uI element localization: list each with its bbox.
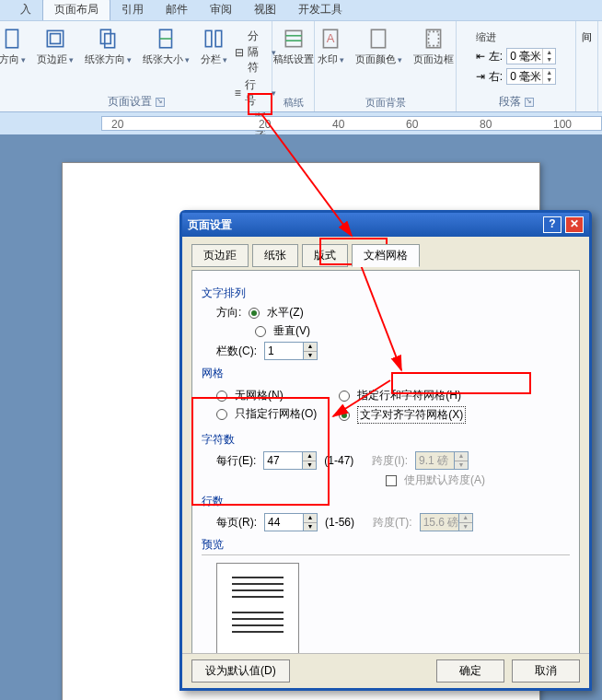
columns-count-label: 栏数(C):	[216, 344, 257, 359]
columns-count-input[interactable]: 1▲▼	[264, 342, 318, 360]
per-line-label: 每行(E):	[216, 453, 256, 469]
align-chars-label: 文字对齐字符网格(X)	[357, 406, 466, 424]
tab-paper[interactable]: 纸张	[252, 244, 298, 267]
section-preview: 预览	[202, 537, 570, 555]
svg-rect-14	[371, 29, 385, 48]
group-page-setup: 方向 页边距 纸张方向 纸张大小 分栏 ⊟分隔符 ≡行号 bc⁻断字	[0, 21, 272, 111]
radio-align-chars[interactable]	[339, 410, 350, 421]
svg-text:A: A	[327, 31, 335, 45]
columns-button[interactable]: 分栏	[197, 25, 231, 68]
svg-rect-16	[428, 31, 438, 45]
spin-up-icon[interactable]: ▲	[303, 452, 316, 461]
page-border-icon	[422, 27, 446, 51]
preview-box	[216, 563, 299, 653]
watermark-icon: A	[318, 27, 342, 51]
close-button[interactable]: ✕	[565, 216, 584, 233]
help-button[interactable]: ?	[543, 216, 561, 233]
page-setup-launcher[interactable]	[156, 98, 165, 107]
spin-down-icon[interactable]: ▼	[542, 56, 555, 64]
cancel-button[interactable]: 取消	[512, 659, 580, 682]
spin-down-icon[interactable]: ▼	[304, 352, 317, 360]
tab-layout[interactable]: 版式	[302, 244, 348, 267]
radio-lines-only[interactable]	[216, 409, 227, 420]
paper-size-label: 纸张大小	[143, 52, 190, 66]
watermark-label: 水印	[318, 52, 344, 66]
spin-up-icon[interactable]: ▲	[304, 343, 317, 352]
ribbon-tabs: 入 页面布局 引用 邮件 审阅 视图 开发工具	[0, 0, 602, 20]
radio-vertical[interactable]	[255, 326, 266, 337]
char-pitch-input: 9.1 磅▲▼	[415, 451, 469, 470]
per-line-input[interactable]: 47▲▼	[263, 451, 317, 470]
svg-rect-3	[101, 29, 111, 43]
manuscript-button[interactable]: 稿纸设置	[270, 25, 318, 68]
tab-document-grid[interactable]: 文档网格	[352, 244, 420, 267]
paragraph-group-label: 段落	[499, 94, 521, 110]
char-pitch-label: 跨度(I):	[372, 453, 408, 469]
section-text-flow: 文字排列	[202, 286, 570, 301]
ok-button[interactable]: 确定	[436, 659, 504, 682]
indent-right-icon: ⇥	[476, 70, 485, 83]
spin-down-icon[interactable]: ▼	[304, 523, 317, 531]
per-page-input[interactable]: 44▲▼	[264, 513, 318, 531]
svg-rect-8	[215, 30, 222, 46]
spin-down-icon[interactable]: ▼	[303, 461, 316, 470]
watermark-button[interactable]: A 水印	[314, 25, 348, 68]
indent-right-input[interactable]: 0 毫米▲▼	[506, 68, 556, 85]
radio-no-grid[interactable]	[216, 391, 227, 402]
lines-only-label: 只指定行网格(O)	[235, 406, 317, 422]
line-pitch-input: 15.6 磅▲▼	[420, 513, 473, 531]
paragraph-launcher[interactable]	[525, 98, 534, 107]
margins-button[interactable]: 页边距	[33, 25, 77, 68]
tab-margins[interactable]: 页边距	[191, 244, 249, 267]
page-color-label: 页面颜色	[355, 52, 402, 66]
section-grid: 网格	[202, 366, 570, 381]
group-paragraph: 缩进 ⇤ 左: 0 毫米▲▼ ⇥ 右: 0 毫米▲▼ 段落	[457, 21, 576, 111]
radio-horizontal[interactable]	[249, 308, 260, 319]
group-spacing: 间	[576, 21, 598, 111]
spin-down-icon[interactable]: ▼	[542, 76, 555, 84]
tab-view[interactable]: 视图	[243, 0, 287, 20]
per-page-range: (1-56)	[325, 516, 354, 529]
tab-review[interactable]: 审阅	[199, 0, 243, 20]
manuscript-icon	[282, 27, 306, 51]
margins-icon	[43, 27, 67, 51]
spin-up-icon[interactable]: ▲	[542, 49, 555, 56]
spin-up-icon[interactable]: ▲	[304, 514, 317, 523]
paper-orient-label: 纸张方向	[85, 52, 132, 66]
orientation-button[interactable]: 方向	[0, 25, 29, 68]
orientation-icon	[0, 27, 24, 51]
group-page-bg: A 水印 页面颜色 页面边框 页面背景	[315, 21, 457, 111]
dialog-title: 页面设置	[188, 217, 543, 233]
section-lines: 行数	[202, 494, 570, 509]
indent-left-input[interactable]: 0 毫米▲▼	[506, 48, 556, 64]
tab-developer[interactable]: 开发工具	[287, 0, 353, 20]
svg-rect-2	[50, 34, 60, 44]
page-color-button[interactable]: 页面颜色	[352, 25, 406, 68]
svg-rect-0	[6, 29, 18, 48]
page-border-button[interactable]: 页面边框	[410, 25, 457, 68]
tab-page-layout[interactable]: 页面布局	[42, 0, 110, 20]
tab-references[interactable]: 引用	[110, 0, 155, 20]
dialog-footer: 设为默认值(D) 确定 取消	[182, 653, 589, 688]
spin-up-icon[interactable]: ▲	[542, 69, 555, 76]
radio-chars-lines[interactable]	[339, 391, 350, 402]
dialog-titlebar[interactable]: 页面设置 ? ✕	[182, 213, 589, 237]
page-border-label: 页面边框	[413, 52, 454, 66]
indent-right-label: 右:	[489, 69, 503, 85]
page-setup-dialog: 页面设置 ? ✕ 页边距 纸张 版式 文档网格 文字排列 方向: 水平(Z) 垂…	[179, 210, 592, 691]
set-default-button[interactable]: 设为默认值(D)	[191, 659, 290, 682]
ruler-area: 20 20 40 60 80 100	[0, 112, 602, 134]
tab-mail[interactable]: 邮件	[155, 0, 199, 20]
use-default-label: 使用默认跨度(A)	[404, 472, 485, 488]
ruler[interactable]: 20 20 40 60 80 100	[101, 116, 602, 131]
use-default-checkbox[interactable]	[386, 475, 397, 486]
tab-insert[interactable]: 入	[9, 0, 42, 20]
spacing-heading: 间	[582, 30, 592, 44]
dialog-panel: 文字排列 方向: 水平(Z) 垂直(V) 栏数(C): 1▲▼ 网格 无网格(N…	[191, 270, 580, 653]
paper-size-button[interactable]: 纸张大小	[139, 25, 193, 68]
page-color-icon	[366, 27, 390, 51]
page-bg-group-label: 页面背景	[320, 96, 450, 110]
vertical-label: 垂直(V)	[273, 323, 310, 339]
paper-orient-button[interactable]: 纸张方向	[81, 25, 135, 68]
section-chars: 字符数	[202, 432, 570, 448]
